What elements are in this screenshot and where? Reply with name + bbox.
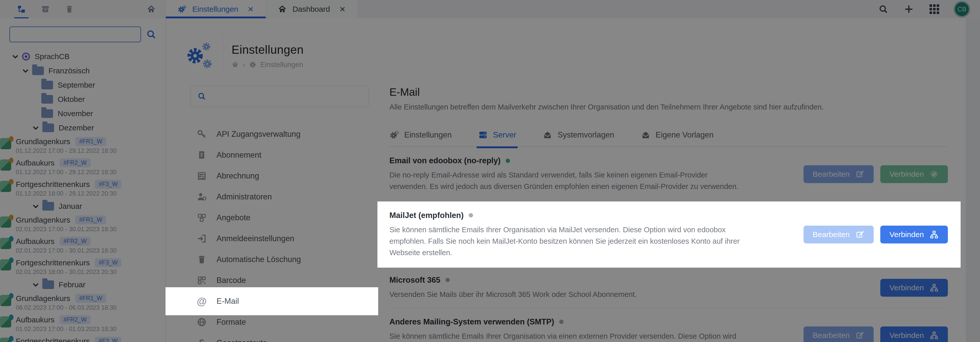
folder-icon bbox=[41, 109, 53, 118]
chevron-down-icon[interactable] bbox=[13, 53, 18, 59]
chevron-down-icon[interactable] bbox=[33, 203, 39, 209]
settings-page: Einstellungen › Einstellungen bbox=[166, 18, 966, 342]
menu-item-label: Abonnement bbox=[216, 150, 261, 160]
status-dot bbox=[9, 236, 14, 242]
edit-button[interactable]: Bearbeiten bbox=[803, 226, 873, 244]
tab-server[interactable]: Server bbox=[478, 130, 516, 140]
status-dot bbox=[9, 136, 14, 142]
chevron-down-icon[interactable] bbox=[33, 124, 39, 130]
chevron-down-icon[interactable] bbox=[23, 67, 29, 73]
tree-item-folder[interactable]: Februar bbox=[0, 277, 165, 292]
at-icon: @ bbox=[197, 296, 207, 306]
tab-dashboard[interactable]: Dashboard bbox=[266, 0, 358, 18]
tree-item-course[interactable]: Fortgeschrittenenkurs#F3_W01.12.2022 18:… bbox=[0, 178, 165, 199]
course-icon bbox=[0, 181, 11, 192]
apps-grid-icon[interactable] bbox=[929, 4, 939, 14]
course-icon bbox=[0, 259, 11, 271]
search-icon[interactable] bbox=[878, 4, 888, 14]
menu-item-angebote[interactable]: Angebote bbox=[191, 207, 369, 228]
close-tab-icon[interactable] bbox=[247, 6, 254, 13]
tab-bar: Einstellungen Dashboard bbox=[166, 0, 358, 18]
provider-title: Microsoft 365 bbox=[390, 276, 441, 285]
menu-item-api[interactable]: API Zugangsverwaltung bbox=[191, 124, 369, 145]
key-icon bbox=[197, 129, 207, 139]
tree-item-course[interactable]: Fortgeschrittenenkurs#F3_W02.01.2023 18:… bbox=[0, 256, 165, 277]
tree-item-folder[interactable]: Oktober bbox=[0, 92, 165, 106]
tree-item-course[interactable]: Aufbaukurs#FR2_W02.01.2023 17:00 - 30.01… bbox=[0, 235, 165, 256]
tree-item-organization[interactable]: SprachCB bbox=[0, 49, 165, 64]
settings-menu-list: API Zugangsverwaltung Abonnement Abrechn… bbox=[191, 124, 369, 342]
tree-item-course[interactable]: Aufbaukurs#FR2_W01.02.2023 17:00 - 01.03… bbox=[0, 313, 165, 335]
settings-menu: API Zugangsverwaltung Abonnement Abrechn… bbox=[191, 86, 369, 342]
tree-item-course[interactable]: Grundlagenkurs#FR1_W02.01.2023 17:00 - 3… bbox=[0, 214, 165, 235]
edit-icon bbox=[855, 230, 864, 239]
add-icon[interactable] bbox=[904, 4, 914, 14]
provider-title: Anderes Mailing-System verwenden (SMTP) bbox=[390, 317, 554, 326]
course-badge: #F3_W bbox=[95, 180, 121, 189]
tab-einstellungen[interactable]: Einstellungen bbox=[390, 130, 452, 140]
tree-item-folder[interactable]: November bbox=[0, 106, 165, 121]
settings-body: API Zugangsverwaltung Abonnement Abrechn… bbox=[166, 82, 966, 342]
menu-item-anmeldeeinstellungen[interactable]: Anmeldeeinstellungen bbox=[191, 228, 369, 249]
breadcrumb: › Einstellungen bbox=[232, 60, 304, 69]
menu-item-label: Automatische Löschung bbox=[216, 255, 301, 264]
menu-item-abonnement[interactable]: Abonnement bbox=[191, 145, 369, 166]
status-dot-inactive bbox=[559, 320, 563, 324]
settings-search-input[interactable] bbox=[211, 92, 362, 100]
tree-item-course[interactable]: Fortgeschrittenenkurs#F3_W07.02.2023 18:… bbox=[0, 335, 165, 342]
course-label: Aufbaukurs bbox=[16, 315, 54, 324]
course-label: Grundlagenkurs bbox=[16, 294, 70, 303]
course-dates: 06.02.2023 17:00 - 06.03.2023 18:30 bbox=[16, 304, 116, 311]
trash-icon[interactable] bbox=[65, 5, 74, 14]
archive-icon[interactable] bbox=[41, 5, 50, 14]
edit-button[interactable]: Bearbeiten bbox=[803, 165, 873, 183]
menu-item-label: Anmeldeeinstellungen bbox=[216, 234, 294, 243]
tab-systemvorlagen[interactable]: Systemvorlagen bbox=[542, 130, 614, 140]
tree-view-icon[interactable] bbox=[17, 5, 26, 14]
organization-icon bbox=[22, 52, 30, 60]
tree-search-input[interactable] bbox=[10, 27, 141, 42]
tree-item-folder[interactable]: September bbox=[0, 78, 165, 92]
edit-button[interactable]: Bearbeiten bbox=[803, 326, 873, 342]
button-label: Bearbeiten bbox=[813, 170, 850, 179]
tree-item-folder[interactable]: Januar bbox=[0, 199, 165, 214]
tab-label: Server bbox=[493, 130, 516, 139]
gears-icon bbox=[178, 5, 187, 14]
status-dot bbox=[9, 336, 14, 342]
edit-icon bbox=[855, 169, 864, 179]
edit-icon bbox=[855, 331, 864, 340]
email-tabs: Einstellungen Server Systemvorlagen Eige… bbox=[390, 130, 948, 147]
course-dates: 01.12.2022 18:00 - 29.12.2022 20:30 bbox=[16, 190, 121, 197]
close-tab-icon[interactable] bbox=[339, 6, 346, 13]
qr-code-icon bbox=[197, 275, 207, 285]
tab-einstellungen[interactable]: Einstellungen bbox=[166, 0, 266, 18]
tab-eigene-vorlagen[interactable]: Eigene Vorlagen bbox=[641, 130, 714, 140]
menu-item-email[interactable]: @ E-Mail bbox=[165, 287, 378, 315]
menu-item-administratoren[interactable]: Administratoren bbox=[191, 187, 369, 207]
tree-item-folder[interactable]: Französisch bbox=[0, 64, 165, 78]
gears-icon bbox=[186, 41, 214, 71]
chevron-down-icon[interactable] bbox=[33, 281, 39, 287]
provider-title: MailJet (empfohlen) bbox=[390, 211, 464, 220]
course-icon bbox=[0, 160, 11, 171]
home-icon[interactable] bbox=[146, 5, 156, 14]
avatar[interactable]: CB bbox=[955, 2, 969, 16]
tree-item-folder[interactable]: Dezember bbox=[0, 121, 165, 135]
tree-item-course[interactable]: Grundlagenkurs#FR1_W06.02.2023 17:00 - 0… bbox=[0, 292, 165, 313]
tree-search-button[interactable] bbox=[146, 29, 156, 40]
home-icon[interactable] bbox=[232, 61, 239, 68]
menu-item-abrechnung[interactable]: Abrechnung bbox=[191, 166, 369, 187]
connect-button[interactable]: Verbinden bbox=[880, 326, 948, 342]
tree-item-course[interactable]: Aufbaukurs#FR2_W01.12.2022 17:00 - 29.12… bbox=[0, 156, 165, 178]
network-icon bbox=[929, 283, 939, 292]
connect-button[interactable]: Verbinden bbox=[880, 279, 948, 297]
menu-item-automatische-loeschung[interactable]: Automatische Löschung bbox=[191, 249, 369, 270]
tree-item-course[interactable]: Grundlagenkurs#FR1_W01.12.2022 17:00 - 2… bbox=[0, 135, 165, 156]
menu-item-label: API Zugangsverwaltung bbox=[216, 130, 301, 139]
settings-search-box[interactable] bbox=[191, 86, 369, 107]
menu-item-gesetzestexte[interactable]: § Gesetzestexte bbox=[191, 332, 369, 342]
panel-title: E-Mail bbox=[390, 86, 948, 98]
connect-button[interactable]: Verbinden bbox=[880, 165, 948, 183]
status-dot bbox=[9, 179, 14, 185]
connect-button[interactable]: Verbinden bbox=[880, 226, 948, 244]
